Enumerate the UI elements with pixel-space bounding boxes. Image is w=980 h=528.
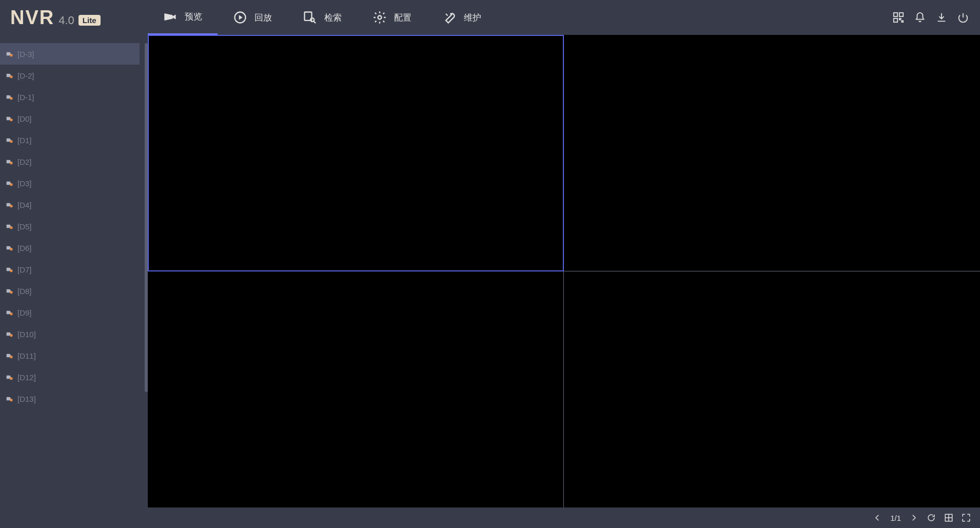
svg-point-10 (10, 75, 12, 78)
bell-icon[interactable] (914, 12, 926, 23)
svg-point-20 (10, 291, 12, 294)
sidebar-item-label: [D5] (17, 222, 32, 231)
nav-maintenance[interactable]: 维护 (427, 0, 497, 35)
grid-icon[interactable] (944, 513, 953, 522)
nav-preview[interactable]: 预览 (148, 0, 218, 35)
svg-point-21 (10, 312, 12, 315)
chevron-left-icon[interactable] (873, 513, 882, 522)
svg-point-17 (10, 226, 12, 229)
gear-icon (373, 10, 387, 25)
sidebar-item-channel[interactable]: [D11] (0, 345, 140, 366)
camera-channel-icon (5, 93, 13, 101)
sidebar-item-label: [D6] (17, 244, 32, 252)
sidebar-item-label: [D11] (17, 351, 36, 360)
sidebar-item-label: [D7] (17, 265, 32, 274)
camera-channel-icon (5, 179, 13, 187)
sidebar-item-channel[interactable]: [D8] (0, 280, 140, 302)
bottom-bar: 1/1 (148, 507, 980, 528)
sidebar-item-channel[interactable]: [D0] (0, 108, 140, 129)
sidebar-item-label: [D1] (17, 136, 32, 145)
logo: NVR 4.0 Lite (0, 7, 148, 29)
sidebar-item-label: [D12] (17, 373, 36, 382)
camera-channel-icon (5, 136, 13, 144)
svg-point-22 (10, 334, 12, 337)
sidebar-item-label: [D10] (17, 330, 36, 339)
camera-channel-icon (5, 330, 13, 338)
camera-channel-icon (5, 395, 13, 403)
sidebar: [D-3][D-2][D-1][D0][D1][D2][D3][D4][D5][… (0, 35, 148, 528)
content: 1/1 (148, 35, 980, 528)
wrench-icon (442, 10, 457, 25)
sidebar-item-label: [D-1] (17, 93, 34, 102)
sidebar-item-channel[interactable]: [D-2] (0, 65, 140, 86)
camera-icon (163, 10, 178, 24)
video-cell-2[interactable] (564, 35, 980, 271)
camera-channel-icon (5, 308, 13, 317)
svg-point-16 (10, 205, 12, 207)
svg-point-13 (10, 140, 12, 143)
sidebar-item-channel[interactable]: [D9] (0, 302, 140, 323)
svg-point-9 (10, 54, 12, 56)
camera-channel-icon (5, 71, 13, 80)
sidebar-item-channel[interactable]: [D-3] (0, 43, 140, 65)
sidebar-item-channel[interactable]: [D7] (0, 259, 140, 280)
search-file-icon (303, 10, 317, 25)
svg-point-14 (10, 162, 12, 164)
sidebar-item-channel[interactable]: [D13] (0, 388, 140, 409)
sidebar-item-label: [D13] (17, 395, 36, 403)
video-cell-4[interactable] (564, 271, 980, 508)
sidebar-item-channel[interactable]: [D5] (0, 216, 140, 237)
svg-rect-5 (899, 13, 903, 16)
refresh-icon[interactable] (927, 513, 936, 522)
sidebar-item-channel[interactable]: [D1] (0, 129, 140, 151)
logo-version: 4.0 (58, 14, 74, 27)
sidebar-item-channel[interactable]: [D4] (0, 194, 140, 216)
camera-channel-icon (5, 287, 13, 295)
nav-playback[interactable]: 回放 (218, 0, 287, 35)
sidebar-item-channel[interactable]: [D-1] (0, 86, 140, 108)
fullscreen-icon[interactable] (962, 513, 971, 522)
svg-point-23 (10, 356, 12, 358)
svg-point-19 (10, 269, 12, 272)
svg-point-24 (10, 377, 12, 380)
sidebar-item-channel[interactable]: [D12] (0, 366, 140, 388)
sidebar-item-channel[interactable]: [D6] (0, 237, 140, 259)
nav-search[interactable]: 检索 (287, 0, 357, 35)
logo-badge: Lite (79, 15, 101, 26)
nav-label: 维护 (464, 12, 481, 24)
video-grid (148, 35, 980, 507)
svg-rect-6 (894, 18, 897, 22)
sidebar-item-label: [D8] (17, 287, 32, 296)
logo-name: NVR (10, 7, 54, 29)
header-right (893, 12, 980, 23)
sidebar-item-channel[interactable]: [D2] (0, 151, 140, 172)
svg-rect-4 (894, 13, 897, 16)
svg-point-2 (310, 18, 314, 22)
qrcode-icon[interactable] (893, 12, 904, 23)
sidebar-item-label: [D-3] (17, 50, 34, 58)
svg-point-18 (10, 248, 12, 250)
svg-point-15 (10, 183, 12, 186)
download-icon[interactable] (936, 12, 947, 23)
sidebar-item-channel[interactable]: [D10] (0, 323, 140, 345)
camera-channel-icon (5, 201, 13, 209)
nav-label: 回放 (254, 12, 272, 24)
sidebar-item-label: [D0] (17, 114, 32, 123)
camera-channel-icon (5, 373, 13, 381)
nav-config[interactable]: 配置 (357, 0, 427, 35)
svg-rect-7 (899, 18, 901, 20)
playback-icon (233, 10, 247, 25)
sidebar-item-label: [D4] (17, 201, 32, 209)
sidebar-item-label: [D3] (17, 179, 32, 188)
sidebar-item-channel[interactable]: [D3] (0, 172, 140, 194)
camera-channel-icon (5, 244, 13, 252)
sidebar-item-label: [D9] (17, 308, 32, 317)
sidebar-item-label: [D2] (17, 158, 32, 166)
video-cell-1[interactable] (148, 35, 564, 271)
chevron-right-icon[interactable] (909, 513, 918, 522)
power-icon[interactable] (957, 12, 969, 23)
video-cell-3[interactable] (148, 271, 564, 508)
svg-point-25 (10, 399, 12, 401)
camera-channel-icon (5, 158, 13, 166)
svg-point-11 (10, 97, 12, 100)
